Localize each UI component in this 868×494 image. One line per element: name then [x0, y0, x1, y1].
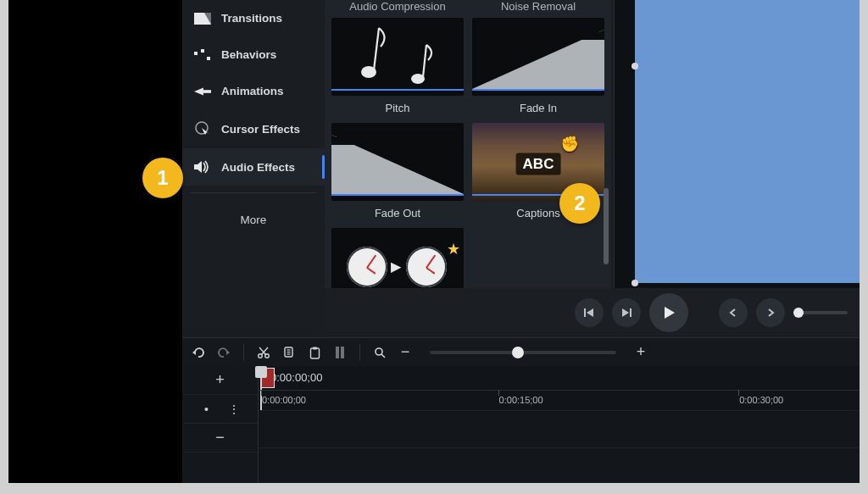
svg-line-34: [381, 354, 385, 358]
animations-icon: [194, 86, 211, 97]
remove-track-button[interactable]: −: [211, 429, 230, 447]
app-window: Transitions Behaviors Animations Cursor …: [8, 0, 860, 483]
track-lane[interactable]: [259, 410, 860, 447]
redo-button[interactable]: [214, 343, 233, 362]
star-icon: ★: [447, 240, 462, 255]
svg-rect-29: [310, 348, 319, 358]
svg-rect-17: [630, 308, 632, 317]
svg-rect-14: [584, 308, 586, 317]
svg-line-10: [374, 28, 379, 70]
sidebar-item-behaviors[interactable]: Behaviors: [182, 36, 325, 73]
split-button[interactable]: [331, 343, 349, 362]
behaviors-icon: [194, 49, 211, 61]
audio-effects-icon: [194, 160, 211, 174]
svg-rect-4: [207, 57, 210, 60]
zoom-in-button[interactable]: +: [632, 343, 650, 362]
captions-overlay-text: ABC: [516, 153, 561, 175]
effect-label: Captions: [516, 201, 559, 223]
zoom-search-icon: [370, 343, 389, 362]
svg-point-13: [411, 74, 425, 84]
effect-tile-fade-out[interactable]: Fade Out: [331, 123, 464, 223]
selection-handle[interactable]: [632, 280, 638, 286]
effects-row-partial: Audio Compression Noise Removal: [331, 0, 604, 18]
svg-line-12: [423, 45, 426, 77]
paste-button[interactable]: [305, 343, 324, 362]
preview-area: [614, 0, 860, 288]
add-track-button[interactable]: +: [211, 371, 230, 390]
sidebar-item-animations[interactable]: Animations: [182, 73, 325, 109]
cursor-effects-icon: [194, 121, 211, 136]
sidebar-item-transitions[interactable]: Transitions: [182, 0, 325, 36]
track-toggle-1[interactable]: •: [198, 400, 216, 419]
timeline-toolbar: − +: [182, 337, 860, 366]
svg-marker-15: [587, 308, 593, 317]
annotation-badge-2: 2: [559, 183, 600, 224]
app-root: Transitions Behaviors Animations Cursor …: [182, 0, 860, 483]
sidebar-item-cursor-effects[interactable]: Cursor Effects: [182, 109, 325, 148]
effect-label-noise-removal: Noise Removal: [472, 0, 604, 18]
sidebar-more-button[interactable]: More: [182, 200, 325, 240]
svg-marker-9: [194, 161, 202, 173]
preview-zoom-slider[interactable]: [793, 311, 848, 314]
play-button[interactable]: [649, 293, 688, 332]
effect-label: Fade Out: [375, 201, 420, 223]
effects-panel: Audio Compression Noise Removal Pitch: [325, 0, 611, 318]
zoom-slider[interactable]: [430, 351, 616, 354]
sidebar-item-label: Cursor Effects: [221, 123, 300, 136]
svg-rect-3: [201, 49, 204, 53]
sidebar-item-label: Audio Effects: [221, 161, 295, 174]
prev-marker-button[interactable]: [719, 298, 748, 327]
sidebar: Transitions Behaviors Animations Cursor …: [182, 0, 325, 240]
time-readout: 0:00:00;00: [270, 371, 322, 384]
ruler-tick: 0:00:00;00: [262, 395, 306, 405]
effect-label: Fade In: [520, 96, 557, 118]
svg-rect-32: [341, 347, 344, 358]
svg-marker-20: [226, 350, 230, 355]
annotation-badge-1: 1: [142, 158, 183, 198]
svg-rect-2: [194, 52, 198, 55]
selection-handle[interactable]: [632, 63, 638, 69]
svg-rect-6: [203, 90, 211, 93]
svg-rect-31: [336, 347, 339, 358]
timeline: + • ⋮ − 0:00:00;00 0:00:00;00 0:00:15;00…: [182, 366, 860, 483]
scrollbar-thumb[interactable]: [604, 188, 609, 264]
track-toggle-2[interactable]: ⋮: [225, 400, 243, 419]
undo-button[interactable]: [189, 343, 208, 362]
cut-button[interactable]: [254, 343, 273, 362]
svg-marker-5: [194, 87, 203, 95]
divider: [191, 192, 316, 193]
track-lane[interactable]: [259, 447, 860, 483]
effect-thumbnail: [472, 18, 604, 96]
effect-label-audio-compression: Audio Compression: [331, 0, 464, 18]
sidebar-item-label: Behaviors: [221, 48, 276, 61]
ruler-tick: 0:00:30;00: [739, 395, 783, 405]
zoom-out-button[interactable]: −: [396, 343, 415, 362]
sidebar-item-audio-effects[interactable]: Audio Effects: [182, 148, 325, 186]
svg-rect-30: [313, 347, 317, 349]
next-marker-button[interactable]: [756, 298, 785, 327]
effect-tile-fade-in[interactable]: Fade In: [472, 18, 604, 118]
time-ruler[interactable]: 0:00:00;00 0:00:15;00 0:00:30;00: [259, 390, 860, 410]
tracks-area[interactable]: 0:00:00;00 0:00:00;00 0:00:15;00 0:00:30…: [259, 366, 860, 483]
transitions-icon: [194, 13, 211, 25]
step-back-button[interactable]: [575, 298, 604, 327]
svg-point-33: [376, 348, 382, 355]
svg-marker-19: [192, 350, 196, 355]
sidebar-item-label: Animations: [221, 85, 284, 97]
sidebar-item-label: Transitions: [221, 12, 282, 25]
effect-label: Pitch: [386, 96, 410, 118]
effect-thumbnail: [331, 18, 464, 96]
svg-marker-18: [665, 307, 675, 319]
svg-point-11: [361, 66, 376, 78]
copy-button[interactable]: [280, 343, 298, 362]
effect-tile-pitch[interactable]: Pitch: [331, 18, 464, 118]
ruler-tick: 0:00:15;00: [499, 395, 543, 405]
track-header-column: + • ⋮ −: [182, 366, 259, 483]
transport-controls: [325, 288, 860, 337]
preview-canvas[interactable]: [635, 0, 860, 283]
svg-marker-16: [622, 308, 629, 317]
step-forward-button[interactable]: [612, 298, 641, 327]
grab-cursor-icon: ✊: [560, 135, 579, 153]
effect-thumbnail: [331, 123, 464, 201]
